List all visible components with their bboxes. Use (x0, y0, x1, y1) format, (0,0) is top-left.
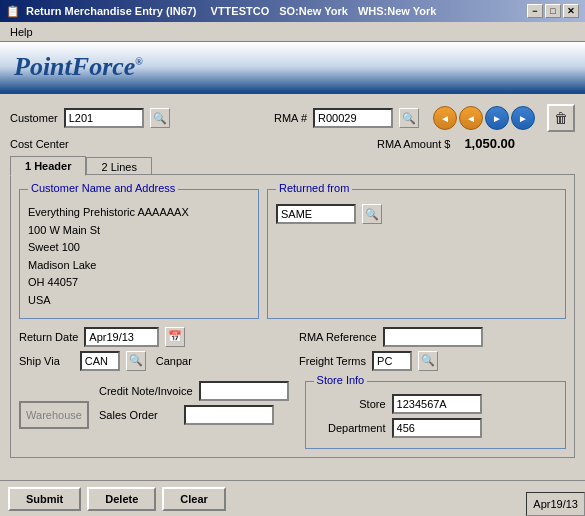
bottom-bar: Submit Delete Clear Apr19/13 (0, 480, 585, 516)
app-title: Return Merchandise Entry (IN67) (26, 5, 197, 17)
logo-text: PointForce® (14, 52, 143, 81)
sales-order-input[interactable] (184, 405, 274, 425)
customer-search-button[interactable]: 🔍 (150, 108, 170, 128)
rma-amount-value: 1,050.00 (464, 136, 515, 151)
title-bar: 📋 Return Merchandise Entry (IN67) VTTEST… (0, 0, 585, 22)
clear-button[interactable]: Clear (162, 487, 226, 511)
submit-button[interactable]: Submit (8, 487, 81, 511)
whs-name: WHS:New York (358, 5, 436, 17)
ship-via-label: Ship Via (19, 355, 60, 367)
credit-note-input[interactable] (199, 381, 289, 401)
title-bar-text: 📋 Return Merchandise Entry (IN67) VTTEST… (6, 5, 436, 18)
freight-terms-input[interactable] (372, 351, 412, 371)
title-bar-icon: 📋 (6, 5, 20, 18)
store-label: Store (316, 398, 386, 410)
address-panel: Customer Name and Address Everything Pre… (19, 189, 259, 319)
rma-label: RMA # (274, 112, 307, 124)
department-row: Department (316, 418, 555, 438)
freight-terms-row: Freight Terms 🔍 (299, 351, 566, 371)
ship-via-row: Ship Via 🔍 Canpar (19, 351, 279, 371)
tab-row: 1 Header 2 Lines (10, 155, 575, 175)
return-date-input[interactable] (84, 327, 159, 347)
customer-label: Customer (10, 112, 58, 124)
return-date-label: Return Date (19, 331, 78, 343)
customer-rma-row: Customer 🔍 RMA # 🔍 ◄ ◄ ► ► 🗑 (10, 104, 575, 132)
calendar-button[interactable]: 📅 (165, 327, 185, 347)
ship-via-name: Canpar (156, 355, 192, 367)
nav-first-button[interactable]: ◄ (433, 106, 457, 130)
returned-from-panel: Returned from 🔍 (267, 189, 566, 319)
tab-content: Customer Name and Address Everything Pre… (10, 174, 575, 458)
address-panel-title: Customer Name and Address (28, 182, 178, 194)
warehouse-button[interactable]: Warehouse (19, 401, 89, 429)
so-name: SO:New York (279, 5, 348, 17)
ship-via-search-button[interactable]: 🔍 (126, 351, 146, 371)
menu-bar: Help (0, 22, 585, 42)
nav-last-button[interactable]: ► (511, 106, 535, 130)
returned-from-row: 🔍 (276, 204, 557, 224)
title-bar-controls: − □ ✕ (527, 4, 579, 18)
date-reference-row: Return Date 📅 Ship Via 🔍 Canpar RMA Refe… (19, 327, 566, 375)
rma-input[interactable] (313, 108, 393, 128)
reference-col: RMA Reference Freight Terms 🔍 (299, 327, 566, 375)
store-info-title: Store Info (314, 374, 368, 386)
returned-from-search-button[interactable]: 🔍 (362, 204, 382, 224)
store-info-panel: Store Info Store Department (305, 381, 566, 449)
delete-button[interactable]: Delete (87, 487, 156, 511)
minimize-button[interactable]: − (527, 4, 543, 18)
freight-terms-search-button[interactable]: 🔍 (418, 351, 438, 371)
department-label: Department (316, 422, 386, 434)
delete-icon-button[interactable]: 🗑 (547, 104, 575, 132)
department-input[interactable] (392, 418, 482, 438)
bottom-fields-row: Warehouse Credit Note/Invoice Sales Orde… (19, 381, 566, 449)
date-col: Return Date 📅 Ship Via 🔍 Canpar (19, 327, 279, 375)
store-row: Store (316, 394, 555, 414)
cost-center-label: Cost Center (10, 138, 69, 150)
menu-help[interactable]: Help (4, 24, 39, 40)
store-input[interactable] (392, 394, 482, 414)
status-bar: Apr19/13 (526, 492, 585, 516)
warehouse-col: Warehouse (19, 401, 89, 429)
panels-row: Customer Name and Address Everything Pre… (19, 189, 566, 319)
customer-input[interactable] (64, 108, 144, 128)
sales-order-label: Sales Order (99, 409, 158, 421)
freight-terms-label: Freight Terms (299, 355, 366, 367)
address-text: Everything Prehistoric AAAAAAX 100 W Mai… (28, 204, 250, 310)
maximize-button[interactable]: □ (545, 4, 561, 18)
credit-note-row: Credit Note/Invoice (99, 381, 289, 401)
returned-from-title: Returned from (276, 182, 352, 194)
rma-reference-row: RMA Reference (299, 327, 566, 347)
bottom-bar-left: Submit Delete Clear (8, 487, 226, 511)
credit-sales-col: Credit Note/Invoice Sales Order (99, 381, 289, 429)
return-date-row: Return Date 📅 (19, 327, 279, 347)
ship-via-input[interactable] (80, 351, 120, 371)
nav-prev-button[interactable]: ◄ (459, 106, 483, 130)
company-name: VTTESTCO (211, 5, 270, 17)
logo-area: PointForce® (0, 42, 585, 94)
credit-note-label: Credit Note/Invoice (99, 385, 193, 397)
rma-reference-label: RMA Reference (299, 331, 377, 343)
nav-next-button[interactable]: ► (485, 106, 509, 130)
sales-order-row: Sales Order (99, 405, 289, 425)
close-button[interactable]: ✕ (563, 4, 579, 18)
rma-search-button[interactable]: 🔍 (399, 108, 419, 128)
logo: PointForce® (14, 52, 143, 82)
warehouse-credit-col: Warehouse Credit Note/Invoice Sales Orde… (19, 381, 289, 429)
cost-center-row: Cost Center RMA Amount $ 1,050.00 (10, 136, 575, 151)
tab-header[interactable]: 1 Header (10, 156, 86, 176)
rma-reference-input[interactable] (383, 327, 483, 347)
rma-amount-label: RMA Amount $ (377, 138, 450, 150)
status-date: Apr19/13 (533, 498, 578, 510)
returned-from-input[interactable] (276, 204, 356, 224)
main-content: Customer 🔍 RMA # 🔍 ◄ ◄ ► ► 🗑 Cost Center… (0, 94, 585, 514)
nav-group: ◄ ◄ ► ► (433, 106, 535, 130)
